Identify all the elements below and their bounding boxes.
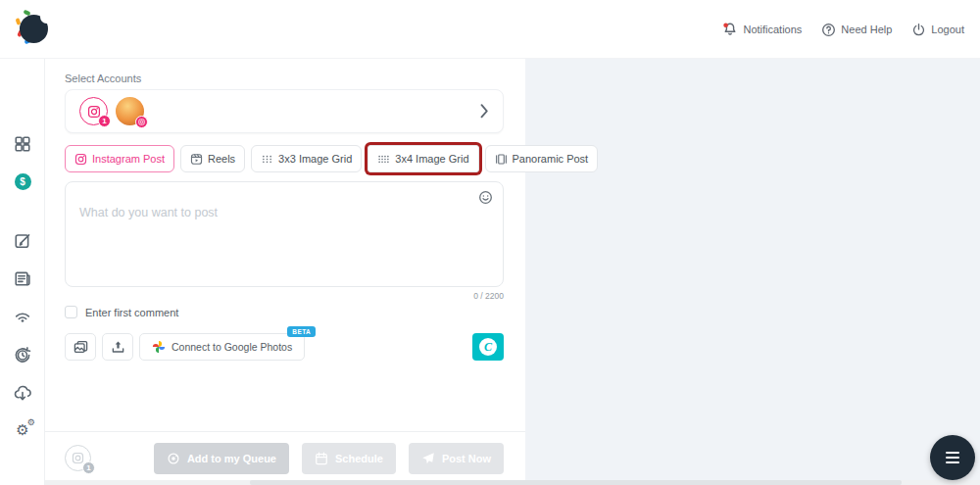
instagram-icon (72, 452, 84, 464)
instagram-icon (74, 153, 87, 166)
queued-count-badge: 1 (82, 461, 95, 474)
instagram-network-badge (135, 116, 148, 128)
canva-icon: C (479, 338, 497, 356)
queued-account-indicator: 1 (65, 445, 91, 471)
footer-actions: Add to my Queue Schedule Post Now (154, 443, 504, 474)
grid-dots-icon (261, 153, 273, 166)
tab-3x4-image-grid[interactable]: 3x4 Image Grid (368, 145, 478, 172)
dashboard-grid-icon (14, 135, 31, 153)
need-help-button[interactable]: Need Help (821, 23, 892, 37)
schedule-button[interactable]: Schedule (302, 443, 396, 474)
sidebar-item-import[interactable] (0, 384, 45, 402)
character-counter: 0 / 2200 (65, 291, 504, 301)
sidebar-item-rss-feeds[interactable] (0, 308, 45, 325)
power-icon (911, 23, 926, 37)
hamburger-icon (946, 452, 959, 454)
compose-box (65, 181, 504, 287)
tab-3x3-image-grid[interactable]: 3x3 Image Grid (251, 145, 362, 172)
upload-icon (111, 340, 125, 355)
sidebar-item-settings[interactable]: ⚙ ⚙ (0, 422, 45, 437)
top-bar: Notifications Need Help Logout (0, 0, 980, 59)
connect-google-photos-button[interactable]: Connect to Google Photos BETA (139, 333, 305, 361)
queue-lens-icon (167, 452, 180, 465)
hamburger-icon (946, 461, 959, 463)
sidebar-item-posts[interactable] (0, 269, 45, 287)
logout-button[interactable]: Logout (911, 23, 964, 37)
add-to-queue-label: Add to my Queue (187, 453, 276, 464)
instagram-icon (87, 105, 101, 119)
composer-footer: 1 Add to my Queue Schedule (45, 431, 525, 485)
need-help-label: Need Help (841, 24, 892, 35)
hamburger-icon (946, 457, 959, 459)
add-to-queue-button[interactable]: Add to my Queue (154, 443, 289, 474)
gears-icon: ⚙ ⚙ (16, 422, 28, 437)
post-now-button[interactable]: Post Now (409, 443, 504, 474)
app-logo[interactable] (10, 8, 53, 51)
broadcast-icon (14, 308, 31, 325)
tab-label: Panoramic Post (513, 153, 589, 165)
media-attach-row: Connect to Google Photos BETA (65, 333, 305, 361)
select-accounts-label: Select Accounts (65, 73, 141, 84)
tab-label: Instagram Post (92, 153, 165, 165)
sidebar-item-create-post[interactable] (0, 231, 45, 249)
paper-plane-icon (421, 452, 435, 465)
first-comment-checkbox[interactable] (65, 306, 77, 318)
post-text-input[interactable] (66, 182, 503, 286)
logo-circle (20, 15, 48, 43)
reels-icon (190, 153, 203, 166)
profile-photo-avatar[interactable] (116, 97, 144, 125)
add-image-button[interactable] (65, 333, 96, 361)
schedule-label: Schedule (335, 453, 383, 464)
google-photos-icon (152, 340, 166, 354)
post-type-tabs: Instagram Post Reels 3x3 Image Grid (65, 145, 598, 172)
dollar-icon: $ (15, 173, 31, 190)
composer-panel: Select Accounts 1 (45, 59, 525, 485)
notifications-button[interactable]: Notifications (722, 22, 802, 37)
tab-label: 3x3 Image Grid (278, 153, 352, 165)
first-comment-label: Enter first comment (85, 307, 178, 318)
emoji-picker-button[interactable] (478, 190, 493, 205)
chevron-right-icon[interactable] (480, 104, 489, 119)
instagram-account-avatar[interactable]: 1 (79, 97, 108, 125)
cloud-download-icon (14, 384, 31, 402)
compose-icon (14, 231, 31, 249)
account-count-badge: 1 (98, 115, 111, 127)
horizontal-scrollbar-thumb[interactable] (250, 480, 902, 485)
grid-dots-icon (377, 153, 390, 166)
news-icon (14, 269, 31, 287)
select-accounts-card[interactable]: 1 (65, 89, 504, 133)
tab-reels[interactable]: Reels (180, 145, 245, 172)
upload-media-button[interactable] (102, 333, 133, 361)
floating-menu-button[interactable] (930, 435, 975, 480)
beta-badge: BETA (287, 326, 316, 337)
gear-small-icon: ⚙ (27, 418, 35, 427)
tab-panoramic-post[interactable]: Panoramic Post (485, 145, 599, 172)
sidebar: $ (0, 59, 45, 485)
sidebar-item-dashboard[interactable] (0, 135, 45, 153)
notification-dot (724, 24, 729, 28)
post-now-label: Post Now (442, 453, 491, 464)
instagram-icon (138, 119, 145, 125)
question-icon (821, 23, 836, 37)
calendar-icon (315, 452, 328, 465)
canva-button[interactable]: C (472, 333, 504, 361)
photo-gallery-icon (74, 340, 88, 355)
notifications-label: Notifications (743, 24, 802, 35)
smiley-icon (478, 190, 493, 205)
tab-label: 3x4 Image Grid (395, 153, 468, 165)
tab-instagram-post[interactable]: Instagram Post (65, 145, 174, 172)
history-clock-icon (14, 346, 31, 364)
top-bar-actions: Notifications Need Help Logout (722, 0, 964, 59)
sidebar-item-post-history[interactable] (0, 346, 45, 364)
bell-icon (722, 22, 738, 37)
logout-label: Logout (931, 24, 964, 35)
tab-label: Reels (208, 153, 235, 165)
sidebar-item-earnings[interactable]: $ (0, 173, 45, 190)
panoramic-icon (495, 153, 508, 166)
google-photos-label: Connect to Google Photos (172, 341, 292, 353)
first-comment-toggle[interactable]: Enter first comment (65, 306, 178, 318)
